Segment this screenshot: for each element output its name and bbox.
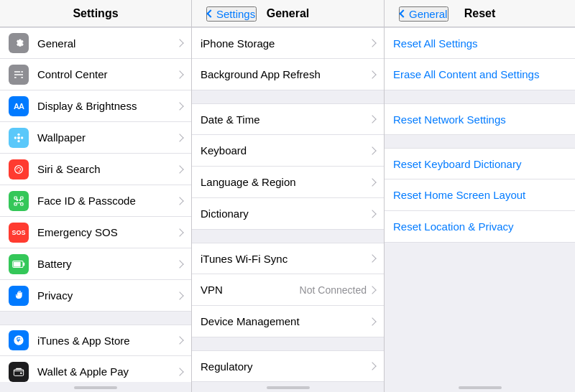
scroll-indicator-left: [74, 386, 117, 389]
svg-rect-7: [21, 197, 23, 199]
mid-label-itunes-wifi-sync: iTunes Wi-Fi Sync: [201, 253, 369, 265]
mid-section-2: iTunes Wi-Fi SyncVPNNot ConnectedDevice …: [192, 243, 384, 337]
general-chevron: [175, 39, 183, 47]
mid-back-button[interactable]: Settings: [206, 6, 257, 22]
wallet-apple-pay-label: Wallet & Apple Pay: [37, 365, 177, 378]
battery-chevron: [175, 260, 183, 268]
left-item-wallpaper[interactable]: Wallpaper: [0, 122, 191, 154]
svg-point-2: [17, 140, 19, 142]
mid-title: General: [267, 7, 310, 20]
right-body: Reset All SettingsErase All Content and …: [385, 27, 575, 382]
settings-column: Settings GeneralControl CenterAADisplay …: [0, 0, 192, 392]
right-item-reset-all-settings[interactable]: Reset All Settings: [385, 27, 575, 59]
mid-item-keyboard[interactable]: Keyboard: [192, 135, 384, 167]
mid-item-vpn[interactable]: VPNNot Connected: [192, 274, 384, 306]
display-brightness-chevron: [175, 102, 183, 110]
mid-item-itunes-wifi-sync[interactable]: iTunes Wi-Fi Sync: [192, 243, 384, 274]
left-item-battery[interactable]: Battery: [0, 248, 191, 280]
mid-item-background-app-refresh[interactable]: Background App Refresh: [192, 59, 384, 90]
left-item-privacy[interactable]: Privacy: [0, 280, 191, 312]
svg-point-5: [15, 165, 23, 173]
chevron-left-icon: [206, 9, 214, 17]
mid-section-3: Regulatory: [192, 350, 384, 382]
mid-label-background-app-refresh: Background App Refresh: [201, 68, 369, 80]
mid-item-dictionary[interactable]: Dictionary: [192, 198, 384, 230]
right-item-reset-home-screen[interactable]: Reset Home Screen Layout: [385, 179, 575, 211]
left-item-general[interactable]: General: [0, 27, 191, 59]
right-section-2: Reset Keyboard DictionaryReset Home Scre…: [385, 148, 575, 243]
mid-label-keyboard: Keyboard: [201, 144, 369, 157]
display-brightness-icon: AA: [9, 96, 29, 116]
right-item-reset-keyboard[interactable]: Reset Keyboard Dictionary: [385, 148, 575, 179]
svg-rect-13: [23, 262, 24, 266]
mid-label-iphone-storage: iPhone Storage: [201, 37, 369, 50]
left-item-wallet-apple-pay[interactable]: Wallet & Apple Pay: [0, 356, 191, 382]
right-label-erase-all: Erase All Content and Settings: [393, 68, 566, 80]
svg-rect-14: [14, 261, 21, 266]
mid-item-device-management[interactable]: Device Management: [192, 306, 384, 337]
wallpaper-icon: [9, 128, 29, 148]
left-item-control-center[interactable]: Control Center: [0, 59, 191, 90]
display-brightness-label: Display & Brightness: [37, 100, 177, 112]
privacy-label: Privacy: [37, 289, 177, 302]
left-item-emergency-sos[interactable]: SOSEmergency SOS: [0, 217, 191, 248]
left-item-face-id[interactable]: Face ID & Passcode: [0, 185, 191, 217]
itunes-app-store-icon: [9, 330, 29, 350]
svg-point-4: [21, 136, 23, 139]
mid-section-0: iPhone StorageBackground App Refresh: [192, 27, 384, 90]
wallpaper-chevron: [175, 134, 183, 141]
face-id-chevron: [175, 197, 183, 205]
mid-item-date-time[interactable]: Date & Time: [192, 103, 384, 135]
face-id-icon: [9, 191, 29, 211]
wallet-apple-pay-chevron: [175, 368, 183, 375]
left-item-display-brightness[interactable]: AADisplay & Brightness: [0, 90, 191, 122]
svg-point-0: [17, 136, 20, 139]
right-back-button[interactable]: General: [399, 6, 448, 22]
control-center-icon: [9, 65, 29, 85]
right-label-reset-home-screen: Reset Home Screen Layout: [393, 189, 566, 201]
mid-label-vpn: VPN: [201, 284, 300, 296]
right-back-label: General: [409, 8, 447, 20]
siri-search-chevron: [175, 165, 183, 173]
svg-rect-8: [14, 202, 17, 205]
right-section-1: Reset Network Settings: [385, 103, 575, 135]
wallet-apple-pay-icon: [9, 362, 29, 382]
left-title: Settings: [73, 7, 118, 19]
scroll-indicator-mid: [267, 386, 310, 389]
mid-chevron-iphone-storage: [368, 39, 376, 47]
mid-item-iphone-storage[interactable]: iPhone Storage: [192, 27, 384, 59]
scroll-indicator-right: [459, 386, 502, 389]
right-item-erase-all[interactable]: Erase All Content and Settings: [385, 59, 575, 90]
right-item-reset-network[interactable]: Reset Network Settings: [385, 103, 575, 135]
mid-label-dictionary: Dictionary: [201, 207, 369, 220]
left-item-siri-search[interactable]: Siri & Search: [0, 154, 191, 185]
left-item-itunes-app-store[interactable]: iTunes & App Store: [0, 325, 191, 356]
right-label-reset-location: Reset Location & Privacy: [393, 220, 566, 233]
right-label-reset-keyboard: Reset Keyboard Dictionary: [393, 158, 566, 170]
general-icon: [9, 33, 29, 53]
itunes-app-store-label: iTunes & App Store: [37, 335, 177, 347]
left-section-1: GeneralControl CenterAADisplay & Brightn…: [0, 27, 191, 312]
reset-column: General Reset Reset All SettingsErase Al…: [385, 0, 575, 392]
left-body: GeneralControl CenterAADisplay & Brightn…: [0, 27, 191, 382]
right-item-reset-location[interactable]: Reset Location & Privacy: [385, 211, 575, 243]
mid-label-regulatory: Regulatory: [201, 360, 369, 373]
right-title: Reset: [464, 7, 496, 20]
mid-back-label: Settings: [216, 8, 255, 20]
mid-value-vpn: Not Connected: [300, 284, 367, 296]
siri-search-label: Siri & Search: [37, 163, 177, 175]
left-header: Settings: [0, 0, 191, 27]
svg-point-3: [14, 136, 17, 139]
mid-label-device-management: Device Management: [201, 315, 369, 327]
right-label-reset-network: Reset Network Settings: [393, 113, 566, 126]
mid-body: iPhone StorageBackground App RefreshDate…: [192, 27, 384, 382]
control-center-chevron: [175, 70, 183, 78]
mid-item-regulatory[interactable]: Regulatory: [192, 350, 384, 382]
emergency-sos-icon: SOS: [9, 223, 29, 243]
mid-chevron-date-time: [368, 115, 376, 123]
mid-item-language-region[interactable]: Language & Region: [192, 167, 384, 198]
mid-chevron-dictionary: [368, 210, 376, 218]
battery-icon: [9, 254, 29, 274]
mid-chevron-keyboard: [368, 146, 376, 154]
general-label: General: [37, 37, 177, 50]
